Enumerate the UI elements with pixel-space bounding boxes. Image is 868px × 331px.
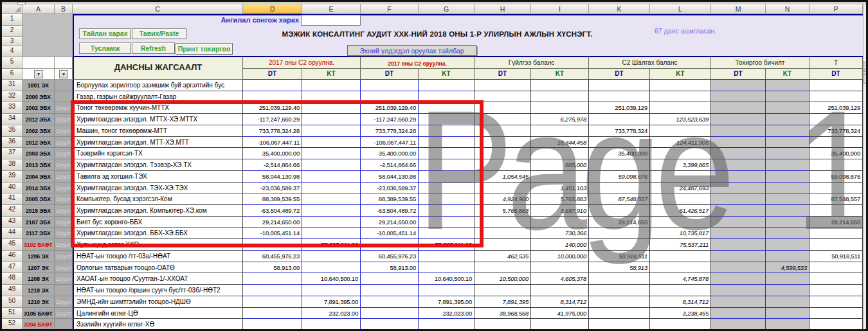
cell-L35[interactable] <box>650 125 711 137</box>
cell-K43[interactable]: 29,214,650 <box>589 217 650 228</box>
cell-N51[interactable] <box>766 308 809 319</box>
cell-K51[interactable] <box>589 308 650 319</box>
cell-D50[interactable] <box>243 296 302 308</box>
cell-K48[interactable] <box>589 273 650 285</box>
row-header-36[interactable]: 36 <box>2 137 23 148</box>
row-header-35[interactable]: 35 <box>2 125 23 137</box>
cell-C43[interactable]: Биет бус хөрөнгө-ББХ <box>73 217 243 228</box>
cell-P49[interactable] <box>809 285 863 296</box>
cell-G51[interactable]: 232,023.00 <box>419 308 475 319</box>
cell-B52[interactable] <box>55 319 73 330</box>
cell-F47[interactable]: 58,913.00 <box>361 262 419 273</box>
cell-L40[interactable]: 24,487,693 <box>650 183 711 193</box>
cell-G36[interactable] <box>419 137 475 148</box>
cell-P42[interactable] <box>809 205 863 217</box>
cell-G50[interactable]: 7,891,395.00 <box>419 296 475 308</box>
cell-D36[interactable]: -106,067,447.11 <box>243 137 302 148</box>
cell-C31[interactable]: Борлуулах зорилгоор эзэмшиж буй эргэлтий… <box>73 80 243 91</box>
cell-A49[interactable]: 1218 ЭХ <box>23 285 55 296</box>
cell-H52[interactable] <box>475 319 531 330</box>
cell-I31[interactable] <box>531 80 589 91</box>
cell-I36[interactable]: 18,344,458 <box>531 137 589 148</box>
cell-F44[interactable]: -10,005,451.14 <box>361 228 419 239</box>
cell-P36[interactable] <box>809 137 863 148</box>
cell-L34[interactable]: 123,523,639 <box>650 114 711 125</box>
cell-P48[interactable] <box>809 273 863 285</box>
cell-P33[interactable]: 251,039,129 <box>809 102 863 114</box>
vertical-scrollbar-thumb[interactable] <box>863 62 867 84</box>
cell-I35[interactable] <box>531 125 589 137</box>
row-header-31[interactable]: 31 <box>2 80 23 91</box>
cell-E33[interactable] <box>302 102 361 114</box>
row-header-34[interactable]: 34 <box>2 114 23 125</box>
cell-E42[interactable] <box>302 205 361 217</box>
cell-H44[interactable] <box>475 228 531 239</box>
cell-M42[interactable] <box>711 205 766 217</box>
row-header-32[interactable]: 32 <box>2 91 23 102</box>
cell-D31[interactable] <box>243 80 302 91</box>
cell-K32[interactable] <box>589 91 650 102</box>
cell-D47[interactable]: 58,913.00 <box>243 262 302 273</box>
cell-F45[interactable] <box>361 239 419 251</box>
cell-I51[interactable]: 41,975,000 <box>531 308 589 319</box>
report-view-button[interactable]: Тайлан харах <box>79 28 131 39</box>
row-header-46[interactable]: 46 <box>2 251 23 262</box>
cell-E49[interactable] <box>302 285 361 296</box>
cell-E48[interactable]: 10,640,500.10 <box>302 273 361 285</box>
cell-P47[interactable] <box>809 262 863 273</box>
row-header-44[interactable]: 44 <box>2 228 23 239</box>
cell-L43[interactable] <box>650 217 711 228</box>
cell-K47[interactable]: 58,913 <box>589 262 650 273</box>
cell-I45[interactable]: 140,000 <box>531 239 589 251</box>
cell-M45[interactable] <box>711 239 766 251</box>
cell-N31[interactable] <box>766 80 809 91</box>
cell-G44[interactable] <box>419 228 475 239</box>
cell-A36[interactable]: 2012 ЭБХ <box>23 137 55 148</box>
cell-P52[interactable] <box>809 319 863 330</box>
cell-P41[interactable]: 87,548,557 <box>809 193 863 205</box>
cell-K42[interactable] <box>589 205 650 217</box>
cell-B47[interactable]: Шуулт <box>55 262 73 273</box>
cell-H40[interactable] <box>475 183 531 193</box>
cell-A32[interactable]: 2000 ЭБХ <box>23 91 55 102</box>
cell-B49[interactable] <box>55 285 73 296</box>
cell-D40[interactable]: -23,036,589.37 <box>243 183 302 193</box>
cell-D38[interactable]: -2,514,864.66 <box>243 159 302 171</box>
cell-K45[interactable] <box>589 239 650 251</box>
cell-I38[interactable]: 885,000 <box>531 159 589 171</box>
cell-L42[interactable]: 61,426,517 <box>650 205 711 217</box>
row-header-48[interactable]: 48 <box>2 273 23 285</box>
cell-D33[interactable]: 251,039,129.40 <box>243 102 302 114</box>
cell-I37[interactable] <box>531 148 589 159</box>
cell-G40[interactable] <box>419 183 475 193</box>
cell-M51[interactable] <box>711 308 766 319</box>
cell-K44[interactable] <box>589 228 650 239</box>
cell-F32[interactable] <box>361 91 419 102</box>
row-header-4[interactable]: 4 <box>2 46 23 57</box>
cell-I33[interactable] <box>531 102 589 114</box>
cell-A31[interactable]: 1801 ЭХ <box>23 80 55 91</box>
cell-I40[interactable]: 1,451,103 <box>531 183 589 193</box>
cell-B5[interactable] <box>55 57 73 69</box>
cell-A37[interactable]: 2003 ЭБХ <box>23 148 55 159</box>
cell-E50[interactable]: 7,891,395.00 <box>302 296 361 308</box>
cell-K40[interactable] <box>589 183 650 193</box>
cell-B51[interactable]: Шуулт <box>55 308 73 319</box>
refresh-button[interactable]: Refresh <box>132 42 175 54</box>
cell-C35[interactable]: Машин, тоног төхөөрөмж-МТТ <box>73 125 243 137</box>
cell-E32[interactable] <box>302 91 361 102</box>
cell-D52[interactable] <box>243 319 302 330</box>
column-header-G[interactable]: G <box>419 4 475 14</box>
cell-H31[interactable] <box>475 80 531 91</box>
cell-G38[interactable] <box>419 159 475 171</box>
column-header-N[interactable]: N <box>766 4 809 14</box>
cell-A5[interactable] <box>23 57 55 69</box>
cell-G42[interactable] <box>419 205 475 217</box>
column-header-C[interactable]: C <box>73 4 243 14</box>
column-header-H[interactable]: H <box>475 4 531 14</box>
cell-B39[interactable]: Шуулт <box>55 171 73 183</box>
cell-H37[interactable] <box>475 148 531 159</box>
cell-A44[interactable]: 2117 ЭБХ <box>23 228 55 239</box>
cell-N36[interactable] <box>766 137 809 148</box>
cell-E40[interactable] <box>302 183 361 193</box>
